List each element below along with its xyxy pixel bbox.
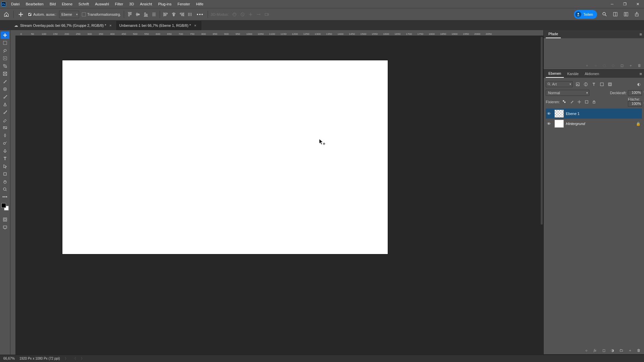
- zoom-level[interactable]: 66,67%: [3, 357, 15, 360]
- visibility-toggle-icon[interactable]: 👁: [547, 122, 552, 126]
- eraser-tool[interactable]: [1, 116, 9, 124]
- tab-layers[interactable]: Ebenen: [546, 70, 564, 78]
- lock-pixels-icon[interactable]: [569, 99, 575, 105]
- crop-tool[interactable]: [1, 62, 9, 70]
- blur-tool[interactable]: [1, 132, 9, 139]
- selection-to-path-icon[interactable]: ◇: [610, 63, 616, 68]
- layer-row[interactable]: 👁Hintergrund🔒: [546, 119, 642, 129]
- canvas-workspace[interactable]: 0501001502002503003504004505005506006507…: [15, 30, 543, 355]
- layer-filter-type-dropdown[interactable]: Art: [546, 81, 573, 87]
- document-info[interactable]: 1920 Px x 1080 Px (72 ppi): [19, 357, 60, 360]
- filter-pixel-icon[interactable]: [575, 81, 581, 87]
- object-select-tool[interactable]: [1, 55, 9, 62]
- window-minimize-button[interactable]: ─: [606, 0, 619, 8]
- menu-auswahl[interactable]: Auswahl: [92, 0, 112, 8]
- fill-path-icon[interactable]: ●: [584, 63, 590, 68]
- distribute-horiz-icon[interactable]: [151, 11, 157, 17]
- link-layers-icon[interactable]: ⟐: [584, 348, 589, 353]
- nav-left-icon[interactable]: 〈: [73, 356, 76, 361]
- filter-smart-icon[interactable]: [607, 81, 613, 87]
- menu-ebene[interactable]: Ebene: [59, 0, 75, 8]
- more-options-button[interactable]: •••: [196, 10, 205, 19]
- filter-toggle-icon[interactable]: ◐: [636, 81, 642, 87]
- arrange-icon[interactable]: [623, 11, 629, 18]
- marquee-tool[interactable]: [1, 39, 9, 47]
- filter-shape-icon[interactable]: [599, 81, 605, 87]
- edit-toolbar-button[interactable]: •••: [1, 193, 9, 201]
- align-bottom-icon[interactable]: [143, 11, 149, 17]
- tab-channels[interactable]: Kanäle: [565, 70, 581, 78]
- vertical-scrollbar[interactable]: [541, 37, 543, 225]
- filter-type-icon[interactable]: [591, 81, 597, 87]
- share-button[interactable]: Teilen: [574, 10, 597, 19]
- new-layer-icon[interactable]: ＋: [627, 348, 633, 353]
- layer-fx-icon[interactable]: fx: [592, 348, 598, 353]
- workspace-icon[interactable]: [612, 11, 619, 18]
- panel-menu-icon[interactable]: ≡: [639, 32, 642, 37]
- canvas[interactable]: [62, 60, 388, 254]
- align-vcenter-icon[interactable]: [135, 11, 141, 17]
- document-tab[interactable]: ☁Stream Overlay.psdc bei 66,7% (Gruppe 2…: [11, 21, 117, 30]
- document-tab[interactable]: Unbenannt-1 bei 66,7% (Ebene 1, RGB/8) *…: [117, 21, 201, 30]
- window-close-button[interactable]: ✕: [631, 0, 644, 8]
- visibility-toggle-icon[interactable]: 👁: [547, 112, 552, 116]
- nav-right-icon[interactable]: 〉: [81, 356, 84, 361]
- layer-name[interactable]: Ebene 1: [566, 112, 580, 116]
- opacity-input[interactable]: 100%: [628, 90, 642, 96]
- search-icon[interactable]: [601, 11, 608, 18]
- add-mask-icon[interactable]: ◻: [601, 348, 606, 353]
- foreground-color-swatch[interactable]: [1, 203, 6, 208]
- menu-plug-ins[interactable]: Plug-ins: [155, 0, 174, 8]
- layer-row[interactable]: 👁Ebene 1: [546, 109, 642, 119]
- quickmask-button[interactable]: [1, 216, 9, 223]
- info-chevron-icon[interactable]: 〉: [65, 356, 68, 361]
- align-left-icon[interactable]: [163, 11, 169, 17]
- menu-datei[interactable]: Datei: [8, 0, 23, 8]
- brush-tool[interactable]: [1, 93, 9, 101]
- layer-name[interactable]: Hintergrund: [566, 122, 585, 126]
- new-adjustment-icon[interactable]: ◑: [610, 348, 615, 353]
- filter-adjust-icon[interactable]: [583, 81, 589, 87]
- path-to-selection-icon[interactable]: ◌: [602, 63, 607, 68]
- history-brush-tool[interactable]: [1, 109, 9, 116]
- menu-fenster[interactable]: Fenster: [174, 0, 193, 8]
- gradient-tool[interactable]: [1, 124, 9, 131]
- menu-hilfe[interactable]: Hilfe: [193, 0, 206, 8]
- tab-paths[interactable]: Pfade: [546, 30, 561, 38]
- tab-close-icon[interactable]: ×: [108, 23, 113, 27]
- healing-brush-tool[interactable]: [1, 85, 9, 93]
- align-hcenter-icon[interactable]: [171, 11, 177, 17]
- export-share-icon[interactable]: [633, 11, 640, 18]
- layer-thumbnail[interactable]: [554, 110, 564, 118]
- align-right-icon[interactable]: [179, 11, 185, 17]
- stroke-path-icon[interactable]: ○: [593, 63, 598, 68]
- layer-thumbnail[interactable]: [554, 120, 564, 128]
- distribute-vert-icon[interactable]: [187, 11, 193, 17]
- dodge-tool[interactable]: [1, 139, 9, 147]
- transform-controls-checkbox[interactable]: Transformationsstrg.: [82, 12, 121, 16]
- frame-tool[interactable]: [1, 70, 9, 77]
- menu-bild[interactable]: Bild: [47, 0, 59, 8]
- menu-schrift[interactable]: Schrift: [75, 0, 92, 8]
- align-top-icon[interactable]: [127, 11, 133, 17]
- lock-transparency-icon[interactable]: [562, 99, 567, 105]
- window-restore-button[interactable]: ❐: [619, 0, 631, 8]
- clone-stamp-tool[interactable]: [1, 101, 9, 108]
- move-tool[interactable]: [1, 32, 9, 39]
- color-swatches[interactable]: [1, 203, 9, 210]
- menu-ansicht[interactable]: Ansicht: [137, 0, 155, 8]
- shape-tool[interactable]: [1, 170, 9, 178]
- new-path-icon[interactable]: ＋: [628, 63, 633, 68]
- menu-bearbeiten[interactable]: Bearbeiten: [23, 0, 47, 8]
- hand-tool[interactable]: [1, 178, 9, 185]
- zoom-tool[interactable]: [1, 186, 9, 193]
- tab-actions[interactable]: Aktionen: [582, 70, 602, 78]
- pen-tool[interactable]: [1, 147, 9, 155]
- menu-filter[interactable]: Filter: [112, 0, 126, 8]
- fill-input[interactable]: 100%: [628, 101, 642, 107]
- lock-all-icon[interactable]: [591, 99, 597, 105]
- home-button[interactable]: [2, 10, 11, 19]
- lasso-tool[interactable]: [1, 47, 9, 54]
- blend-mode-dropdown[interactable]: Normal: [546, 90, 589, 96]
- tab-close-icon[interactable]: ×: [193, 23, 198, 27]
